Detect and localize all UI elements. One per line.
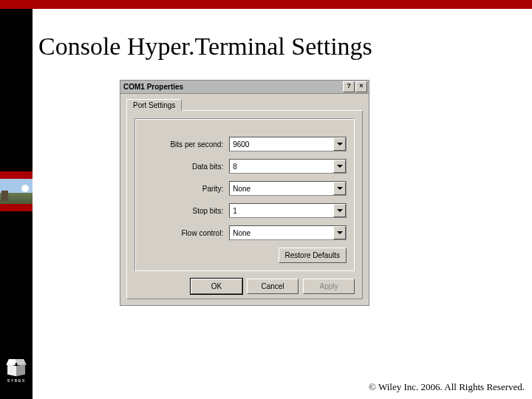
sidebar-divider-1 [0, 171, 33, 179]
label-data-bits: Data bits: [143, 163, 223, 171]
row-parity: Parity: None [143, 181, 347, 196]
label-flow-control: Flow control: [143, 229, 223, 237]
value-stop-bits: 1 [230, 207, 333, 215]
chevron-down-icon[interactable] [333, 204, 346, 217]
chevron-down-icon[interactable] [333, 160, 346, 173]
copyright-text: © Wiley Inc. 2006. All Rights Reserved. [369, 381, 525, 393]
sidebar-thumbnail [0, 179, 33, 204]
value-data-bits: 8 [230, 163, 333, 171]
select-flow-control[interactable]: None [229, 225, 347, 240]
label-parity: Parity: [143, 185, 223, 193]
dialog-titlebar[interactable]: COM1 Properties ? × [120, 80, 369, 93]
label-bits-per-second: Bits per second: [143, 140, 223, 149]
sidebar-top [0, 9, 33, 171]
settings-group: Bits per second: 9600 Data bits: 8 [134, 118, 355, 271]
brand-logo-text: SYBEX [5, 378, 27, 383]
slide-title: Console Hyper.Terminal Settings [38, 33, 526, 61]
restore-defaults-button[interactable]: Restore Defaults [279, 248, 347, 263]
sidebar-divider-2 [0, 204, 33, 211]
label-stop-bits: Stop bits: [143, 207, 223, 215]
chevron-down-icon[interactable] [333, 137, 346, 151]
slide-accent-bar [0, 0, 532, 9]
select-data-bits[interactable]: 8 [229, 159, 347, 174]
row-stop-bits: Stop bits: 1 [143, 203, 347, 218]
value-bits-per-second: 9600 [230, 140, 333, 149]
tab-port-settings[interactable]: Port Settings [126, 99, 182, 111]
properties-dialog: COM1 Properties ? × Port Settings Bits p… [120, 80, 369, 306]
tab-panel: Bits per second: 9600 Data bits: 8 [126, 110, 363, 299]
chevron-down-icon[interactable] [333, 182, 346, 195]
select-bits-per-second[interactable]: 9600 [229, 137, 347, 151]
ok-button[interactable]: OK [191, 279, 242, 294]
row-bits-per-second: Bits per second: 9600 [143, 137, 347, 151]
dialog-body: Port Settings Bits per second: 9600 Data… [120, 93, 369, 306]
chevron-down-icon[interactable] [333, 226, 346, 239]
cancel-button[interactable]: Cancel [247, 279, 299, 294]
row-flow-control: Flow control: None [143, 225, 347, 240]
row-data-bits: Data bits: 8 [143, 159, 347, 174]
value-flow-control: None [230, 229, 333, 237]
select-stop-bits[interactable]: 1 [229, 203, 347, 218]
brand-logo: SYBEX [5, 359, 27, 381]
close-button[interactable]: × [355, 81, 367, 92]
dialog-title-text: COM1 Properties [123, 81, 183, 93]
apply-button[interactable]: Apply [303, 279, 355, 294]
value-parity: None [230, 185, 333, 193]
select-parity[interactable]: None [229, 181, 347, 196]
help-button[interactable]: ? [343, 81, 355, 92]
sidebar-bottom: SYBEX [0, 211, 33, 399]
